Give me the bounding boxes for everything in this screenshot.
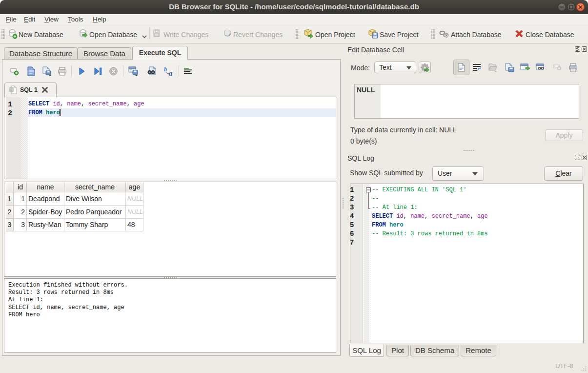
svg-text:b: b [164, 66, 167, 73]
svg-text:a: a [169, 70, 172, 76]
